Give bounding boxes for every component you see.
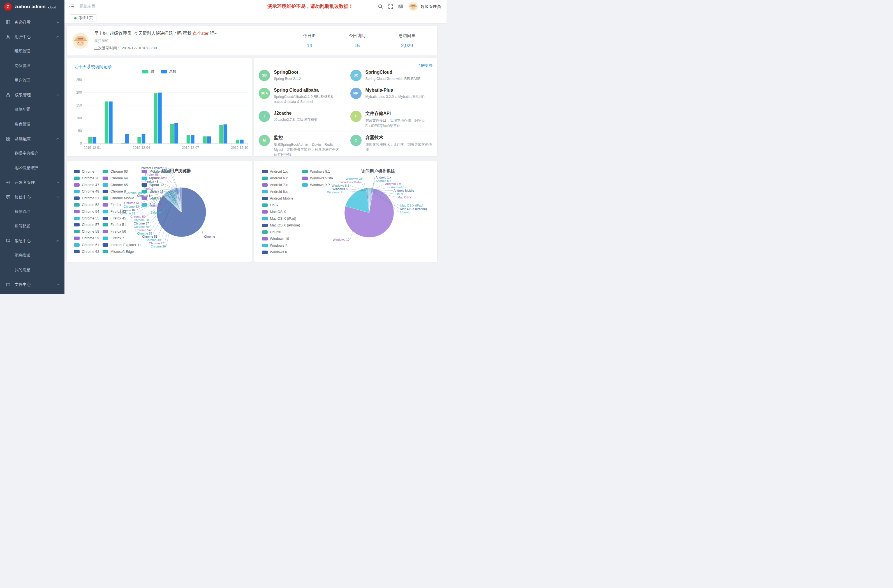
sidebar-menu-item[interactable]: 用户中心 xyxy=(0,29,65,44)
legend-item[interactable]: Windows 8.1 xyxy=(302,170,330,173)
fullscreen-icon[interactable] xyxy=(388,4,393,9)
sidebar-menu-item[interactable]: 基础配置 xyxy=(0,131,65,146)
stat-value[interactable]: 14 xyxy=(303,43,316,48)
legend-label: Android 6.x xyxy=(270,176,287,180)
legend-item[interactable]: Chrome 65 xyxy=(102,183,128,187)
stat-value[interactable]: 15 xyxy=(349,43,365,48)
sidebar-submenu-item[interactable]: 用户管理 xyxy=(0,73,65,88)
tab-label: 系统主页 xyxy=(79,16,93,21)
sidebar-submenu-item[interactable]: 我的消息 xyxy=(0,263,65,277)
legend-item[interactable]: Android Mobile xyxy=(262,197,293,200)
user-avatar[interactable] xyxy=(408,2,418,11)
legend-item[interactable]: Chrome 47 xyxy=(74,183,99,187)
legend-item[interactable]: Firefox 7 xyxy=(102,236,124,240)
feature-text: J2cacheJ2cache2.7.8: 二级缓存框架 xyxy=(274,110,317,128)
legend-item[interactable]: Android 1.x xyxy=(262,170,287,173)
legend-item[interactable]: Safari 9 xyxy=(141,203,161,207)
sidebar-menu-item[interactable]: 开发者管理 xyxy=(0,175,65,190)
sidebar-submenu-item[interactable]: 短信管理 xyxy=(0,204,65,219)
legend-item[interactable]: Opera xyxy=(141,176,159,180)
legend-swatch xyxy=(102,236,108,240)
tab-item[interactable]: 系统主页 xyxy=(71,14,96,22)
search-icon[interactable] xyxy=(378,4,383,9)
menu-fold-icon[interactable] xyxy=(69,4,75,9)
legend-swatch xyxy=(262,224,268,227)
feature-badge: M xyxy=(259,135,270,146)
chevron-down-icon xyxy=(57,283,59,285)
legend-item[interactable]: Chrome 59 xyxy=(74,236,99,240)
legend-item[interactable]: Chrome 63 xyxy=(102,170,128,173)
legend-label: Opera xyxy=(149,176,159,180)
legend-item[interactable]: Chrome Mobile xyxy=(102,196,134,200)
legend-item[interactable]: Chrome xyxy=(74,170,94,173)
font-size-icon[interactable]: A ± xyxy=(398,4,404,9)
legend-item[interactable]: Mobile Safari xyxy=(141,170,170,173)
legend-item[interactable]: Firefox xyxy=(102,203,121,207)
legend-item[interactable]: Chrome 49 xyxy=(74,189,99,193)
legend-item[interactable]: Windows 8 xyxy=(262,250,287,254)
legend-item[interactable]: Firefox 42 xyxy=(102,210,126,214)
stat-item: 今日访问15 xyxy=(349,33,365,48)
legend-swatch xyxy=(142,70,148,74)
username[interactable]: 超级管理员 xyxy=(421,4,441,9)
legend-item[interactable]: Mac OS X (iPad) xyxy=(262,217,296,221)
legend-item[interactable]: Chrome 58 xyxy=(74,230,99,233)
app-logo[interactable]: Z zuihou-admin cloud xyxy=(0,0,65,13)
stat-label: 总访问量 xyxy=(398,33,415,38)
legend-item[interactable]: Opera 12 xyxy=(141,183,164,187)
legend-item[interactable]: Windows Vista xyxy=(302,176,333,180)
legend-item[interactable]: Chrome 26 xyxy=(74,176,99,180)
legend-item[interactable]: Mac OS X (iPhone) xyxy=(262,223,300,227)
sidebar-menu-item[interactable]: 短信中心 xyxy=(0,190,65,204)
legend-item[interactable]: Mac OS X xyxy=(262,210,286,214)
svg-text:A: A xyxy=(399,5,401,8)
legend-item[interactable]: Chrome 55 xyxy=(74,217,99,220)
greeting-message: 早上好, 超级管理员, 今天帮别人解决问题了吗 帮我 点个star 吧~ xyxy=(94,30,216,36)
legend-item[interactable]: Internet Explorer 11 xyxy=(102,243,141,247)
legend-item[interactable]: Android 7.x xyxy=(262,183,287,187)
legend-item[interactable]: Microsoft Edge xyxy=(102,250,134,254)
stat-value[interactable]: 2,029 xyxy=(398,43,415,48)
legend-item[interactable]: Android 6.x xyxy=(262,176,287,180)
legend-item[interactable]: Firefox 56 xyxy=(102,230,126,233)
sidebar-submenu-item[interactable]: 数据字典维护 xyxy=(0,146,65,161)
sidebar-submenu-item[interactable]: 地区信息维护 xyxy=(0,161,65,175)
legend-item[interactable]: Ubuntu xyxy=(262,230,281,234)
sidebar-submenu-item[interactable]: 账号配置 xyxy=(0,219,65,233)
sidebar-submenu-item[interactable]: 消息推送 xyxy=(0,248,65,263)
legend-item[interactable]: Chrome 62 xyxy=(74,250,99,254)
legend-item[interactable]: Chrome 8 xyxy=(102,189,126,193)
legend-item[interactable]: Linux xyxy=(262,203,278,207)
star-link[interactable]: 点个star xyxy=(192,31,209,36)
learn-more-link[interactable]: 了解更多 xyxy=(417,63,433,68)
legend-label: Chrome 26 xyxy=(82,176,99,180)
legend-item[interactable]: Android 8.x xyxy=(262,190,287,194)
sidebar-menu-item[interactable]: 消息中心 xyxy=(0,233,65,248)
sidebar-menu-item[interactable]: 务必详看 xyxy=(0,15,65,29)
sidebar-submenu-item[interactable]: 菜单配置 xyxy=(0,102,65,117)
sidebar-submenu-item[interactable]: 岗位管理 xyxy=(0,59,65,73)
legend-item[interactable]: Safari xyxy=(141,189,159,193)
feature-badge: F xyxy=(350,111,362,122)
legend-item[interactable]: Safari 11 xyxy=(141,196,163,200)
legend-item[interactable]: Chrome 57 xyxy=(74,223,99,227)
legend-item[interactable]: Windows 10 xyxy=(262,237,289,241)
legend-item[interactable]: 您 xyxy=(142,69,154,74)
sidebar-menu-item[interactable]: 文件中心 xyxy=(0,277,65,292)
legend-item[interactable]: Chrome 64 xyxy=(102,176,128,180)
stat-item: 总访问量2,029 xyxy=(398,33,415,48)
legend-item[interactable]: Chrome 61 xyxy=(74,243,99,247)
legend-item[interactable]: Windows XP xyxy=(302,183,330,187)
legend-item[interactable]: Firefox 45 xyxy=(102,217,126,220)
legend-label: Chrome 64 xyxy=(110,176,128,180)
sidebar-menu-item[interactable]: 权限管理 xyxy=(0,88,65,102)
sidebar-submenu-item[interactable]: 角色管理 xyxy=(0,117,65,131)
legend-item[interactable]: Windows 7 xyxy=(262,244,287,248)
legend-item[interactable]: Firefox 51 xyxy=(102,223,126,227)
legend-item[interactable]: 总数 xyxy=(161,69,176,74)
sidebar-submenu-item[interactable]: 组织管理 xyxy=(0,44,65,59)
bar xyxy=(170,123,174,143)
legend-item[interactable]: Chrome 51 xyxy=(74,196,99,200)
legend-item[interactable]: Chrome 54 xyxy=(74,210,99,214)
legend-item[interactable]: Chrome 53 xyxy=(74,203,99,207)
